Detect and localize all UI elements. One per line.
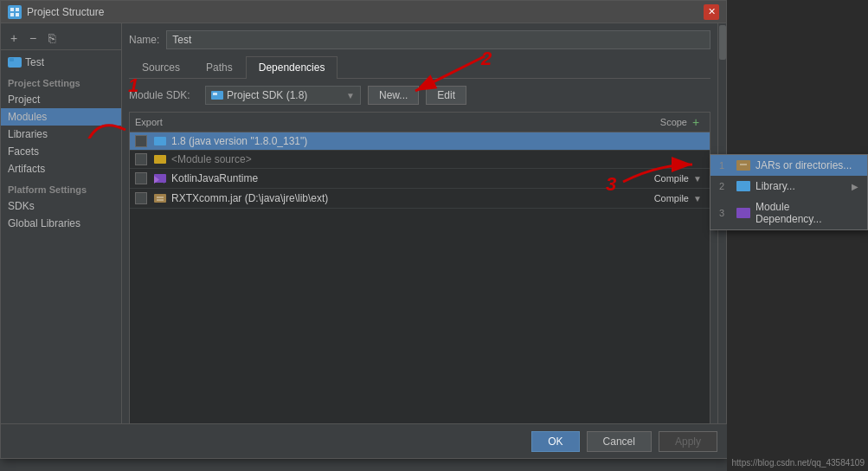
close-button[interactable]: ✕: [704, 4, 719, 20]
sidebar-item-artifacts-label: Artifacts: [8, 163, 45, 175]
add-module-button[interactable]: +: [6, 30, 22, 46]
svg-rect-1: [16, 8, 19, 11]
ctx-item-3-label: Module Dependency...: [755, 201, 858, 225]
dep-table-header: Export Scope +: [129, 112, 710, 132]
sidebar-item-project-label: Project: [8, 94, 40, 106]
dep-row-rxtx[interactable]: RXTXcomm.jar (D:\java\jre\lib\ext) Compi…: [130, 189, 710, 209]
module-folder-icon: [8, 57, 22, 68]
dep-checkbox-module-source[interactable]: [135, 153, 147, 165]
sdk-selector[interactable]: Project SDK (1.8) ▼: [205, 86, 361, 105]
sdk-icon: [211, 91, 223, 100]
ctx-lib-icon: [736, 181, 750, 191]
add-dependency-context-menu: 1 JARs or directories... 2 Library... ▶ …: [710, 154, 868, 230]
tree-item-test-label: Test: [25, 56, 44, 68]
tab-sources[interactable]: Sources: [129, 56, 193, 78]
sdk-dropdown-arrow: ▼: [346, 91, 355, 100]
scroll-thumb[interactable]: [719, 25, 726, 60]
dep-row-kotlin[interactable]: KotlinJavaRuntime Compile ▼: [130, 169, 710, 189]
svg-rect-5: [10, 58, 14, 61]
dep-name-rxtx: RXTXcomm.jar (D:\java\jre\lib\ext): [171, 192, 651, 204]
sdk-dep-icon: [154, 137, 166, 145]
kotlin-dep-icon: [154, 174, 166, 183]
dependency-table: 1.8 (java version "1.8.0_131") <Module s…: [129, 132, 710, 425]
sidebar-item-global-libraries-label: Global Libraries: [8, 217, 80, 229]
cancel-button[interactable]: Cancel: [587, 431, 652, 452]
background-right: [727, 0, 868, 471]
svg-rect-0: [10, 8, 14, 11]
module-tabs: Sources Paths Dependencies: [129, 56, 710, 79]
dep-checkbox-kotlin[interactable]: [135, 172, 147, 184]
title-bar: Project Structure ✕: [1, 1, 726, 23]
dep-row-sdk[interactable]: 1.8 (java version "1.8.0_131"): [130, 132, 710, 151]
dep-row-module-source[interactable]: <Module source>: [130, 151, 710, 169]
ctx-menu-item-library[interactable]: 2 Library... ▶: [710, 176, 867, 197]
tree-item-test[interactable]: Test: [1, 54, 121, 71]
jar-dep-icon: [154, 194, 166, 203]
ctx-jar-icon: [736, 160, 750, 171]
sdk-label: Module SDK:: [129, 89, 198, 101]
ctx-item-1-number: 1: [719, 160, 731, 171]
kotlin-scope-arrow[interactable]: ▼: [691, 171, 704, 185]
ctx-menu-item-jars[interactable]: 1 JARs or directories...: [710, 155, 867, 176]
dep-checkbox-sdk[interactable]: [135, 135, 147, 147]
sidebar-item-facets-label: Facets: [8, 145, 39, 158]
tab-dependencies[interactable]: Dependencies: [246, 56, 338, 79]
sidebar-item-modules[interactable]: Modules: [1, 108, 121, 126]
col-header-scope: Scope: [618, 117, 687, 127]
right-scrollbar[interactable]: [717, 23, 726, 458]
ctx-item-2-label: Library...: [755, 180, 795, 192]
svg-rect-17: [738, 210, 749, 217]
dialog-icon: [8, 5, 22, 19]
platform-settings-section: Platform Settings: [1, 177, 121, 197]
sdk-row: Module SDK: Project SDK (1.8) ▼ New... E…: [129, 86, 710, 105]
folder-dep-icon: [154, 155, 166, 164]
main-content: Name: Sources Paths Dependencies Module …: [122, 23, 717, 458]
sdk-new-button[interactable]: New...: [368, 86, 419, 105]
name-input[interactable]: [166, 30, 710, 49]
apply-button[interactable]: Apply: [659, 431, 717, 452]
project-settings-section: Project Settings: [1, 71, 121, 91]
remove-module-button[interactable]: −: [25, 30, 41, 46]
dep-name-kotlin: KotlinJavaRuntime: [171, 172, 651, 184]
copy-module-button[interactable]: ⎘: [44, 30, 60, 46]
project-structure-dialog: Project Structure ✕ + − ⎘ Test: [0, 0, 727, 459]
svg-rect-14: [738, 162, 749, 170]
svg-rect-8: [155, 138, 165, 145]
dialog-body: + − ⎘ Test Project Settings Project: [1, 23, 726, 458]
ctx-item-1-label: JARs or directories...: [755, 159, 852, 171]
svg-rect-2: [10, 13, 14, 16]
sidebar-item-sdks[interactable]: SDKs: [1, 197, 121, 215]
sidebar-item-facets[interactable]: Facets: [1, 143, 121, 160]
url-watermark: https://blog.csdn.net/qq_43584109: [732, 458, 865, 468]
sidebar-item-libraries[interactable]: Libraries: [1, 126, 121, 143]
sidebar: + − ⎘ Test Project Settings Project: [1, 23, 122, 458]
name-label: Name:: [129, 34, 159, 46]
title-bar-left: Project Structure: [8, 5, 104, 19]
sidebar-item-sdks-label: SDKs: [8, 200, 35, 212]
sidebar-toolbar: + − ⎘: [1, 27, 121, 50]
dep-name-module-source: <Module source>: [171, 153, 704, 165]
sidebar-item-project[interactable]: Project: [1, 91, 121, 108]
dialog-footer: OK Cancel Apply: [1, 423, 728, 458]
sidebar-item-libraries-label: Libraries: [8, 128, 48, 140]
ctx-menu-item-module-dep[interactable]: 3 Module Dependency...: [710, 197, 867, 229]
col-header-export: Export: [135, 117, 187, 127]
tab-paths[interactable]: Paths: [193, 56, 246, 78]
rxtx-scope-value: Compile: [654, 193, 689, 203]
svg-rect-3: [16, 13, 19, 16]
name-row: Name:: [129, 30, 710, 49]
ctx-library-submenu-arrow: ▶: [852, 182, 858, 191]
dep-checkbox-rxtx[interactable]: [135, 192, 147, 204]
sidebar-item-artifacts[interactable]: Artifacts: [1, 160, 121, 177]
ctx-item-2-number: 2: [719, 181, 731, 191]
ok-button[interactable]: OK: [531, 431, 579, 452]
sidebar-item-modules-label: Modules: [8, 111, 47, 123]
ctx-item-3-number: 3: [719, 208, 731, 218]
add-dependency-button[interactable]: +: [687, 115, 704, 129]
kotlin-scope-value: Compile: [654, 173, 689, 184]
sdk-edit-button[interactable]: Edit: [426, 86, 466, 105]
svg-rect-11: [155, 195, 165, 203]
rxtx-scope-arrow[interactable]: ▼: [691, 191, 704, 205]
svg-rect-16: [738, 183, 749, 190]
sidebar-item-global-libraries[interactable]: Global Libraries: [1, 215, 121, 232]
